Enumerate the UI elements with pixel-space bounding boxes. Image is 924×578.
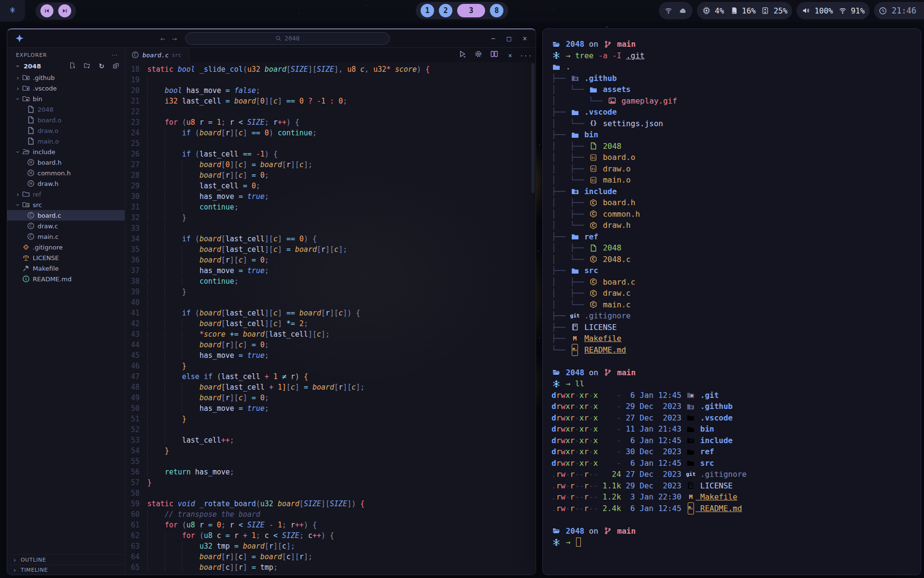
sidebar-item-src[interactable]: ›{}src xyxy=(7,199,125,210)
editor-scrollbar[interactable] xyxy=(531,63,535,193)
panel-timeline[interactable]: ›TIMELINE xyxy=(7,565,125,575)
workspace-2[interactable]: 2 xyxy=(439,4,452,17)
workspace-root-row[interactable]: › 2048 ↻ xyxy=(7,60,125,72)
clock-widget[interactable]: 21:46 xyxy=(874,2,924,19)
folder-vscode-s-icon xyxy=(22,84,30,92)
folder-icon xyxy=(552,63,561,71)
maximize-button[interactable]: □ xyxy=(507,34,511,43)
close-x-icon: × xyxy=(505,52,515,59)
code-editor[interactable]: 18static bool _slide_col(u32 board[SIZE]… xyxy=(125,62,536,575)
workspace-8[interactable]: 8 xyxy=(490,4,503,17)
code-line-54: 54 } xyxy=(125,446,536,456)
tab-board-c[interactable]: C board.c src xyxy=(125,48,190,62)
snowflake-icon xyxy=(7,7,18,15)
sidebar-item-drawo[interactable]: draw.o xyxy=(7,125,125,136)
sidebar-item-2048[interactable]: 2048 xyxy=(7,104,125,115)
gear-button[interactable] xyxy=(474,50,483,60)
terminal-content: 2048 on main → tree -a -I .git .├── .git… xyxy=(543,29,921,548)
sidebar-item-vscode[interactable]: ›.vscode xyxy=(7,83,125,93)
skip-forward-button[interactable] xyxy=(58,4,71,17)
close-button[interactable]: × xyxy=(523,34,527,43)
folder-github-s-icon xyxy=(22,74,30,81)
new-folder-icon xyxy=(82,62,92,69)
close-x-button[interactable]: × xyxy=(505,51,515,60)
sidebar-item-boardc[interactable]: Cboard.c xyxy=(7,210,125,221)
code-line-42: 42 board[last_cell][c] *= 2; xyxy=(125,318,536,329)
folder-bin-s-icon xyxy=(22,95,30,103)
audio-network-stats[interactable]: 100%91% xyxy=(796,2,869,19)
chex-icon: C xyxy=(589,210,598,218)
split-icon xyxy=(489,50,499,58)
sidebar-item-gitignore[interactable]: .gitignore xyxy=(7,242,125,252)
nav-forward-button[interactable]: → xyxy=(172,34,177,43)
folder-icon xyxy=(570,267,580,275)
line-number: 51 xyxy=(125,414,147,424)
workspace-3[interactable]: 3 xyxy=(457,4,485,17)
panel-outline[interactable]: ›OUTLINE xyxy=(7,554,125,565)
sidebar-item-readmemd[interactable]: iREADME.md xyxy=(7,274,125,284)
code-line-32: 32 } xyxy=(125,212,536,223)
hammer-icon xyxy=(22,264,30,272)
sidebar-item-boardo[interactable]: board.o xyxy=(7,115,125,125)
explorer-more-icon[interactable]: ··· xyxy=(112,52,118,58)
chevron-right-icon: › xyxy=(11,556,19,564)
tab-hint: src xyxy=(172,52,181,58)
sidebar-item-maino[interactable]: main.o xyxy=(7,136,125,146)
clock-label: 21:46 xyxy=(892,6,916,15)
code-line-40: 40 xyxy=(125,297,536,308)
hcirc-icon: H xyxy=(26,158,35,166)
sidebar-item-drawh[interactable]: Hdraw.h xyxy=(7,178,125,189)
sidebar-item-commonh[interactable]: Hcommon.h xyxy=(7,168,125,178)
sidebar-item-bin[interactable]: ›bin xyxy=(7,93,125,104)
skip-forward-icon xyxy=(60,8,70,14)
sidebar-item-boardh[interactable]: Hboard.h xyxy=(7,157,125,168)
line-number: 54 xyxy=(125,446,147,456)
nav-back-button[interactable]: ← xyxy=(160,34,165,43)
sidebar-item-ref[interactable]: ›ref xyxy=(7,189,125,199)
hcirc-icon: H xyxy=(26,169,35,177)
sidebar-item-mainc[interactable]: Cmain.c xyxy=(7,231,125,242)
sidebar-item-github[interactable]: ›.github xyxy=(7,72,125,83)
collapse-all-button[interactable] xyxy=(111,62,121,70)
svg-text:H: H xyxy=(29,171,32,175)
editor-titlebar[interactable]: ← → 2048 −□× xyxy=(7,29,536,48)
svg-text:C: C xyxy=(134,53,137,57)
minimize-button[interactable]: − xyxy=(491,34,495,43)
terminal-line: ├── LICENSE xyxy=(552,322,921,333)
run-button[interactable] xyxy=(458,50,467,60)
network-tray[interactable] xyxy=(659,2,693,19)
code-line-46: 46 } xyxy=(125,361,536,371)
terminal-line: │ ├── C board.h xyxy=(552,197,921,209)
sidebar-item-drawc[interactable]: Cdraw.c xyxy=(7,221,125,231)
split-button[interactable] xyxy=(489,50,499,60)
code-line-62: 62 for (u8 c = r + 1; c < SIZE; c++) { xyxy=(125,530,536,541)
nix-launcher-button[interactable] xyxy=(0,0,25,22)
file-icon xyxy=(26,127,35,134)
wifi-icon xyxy=(838,7,847,14)
terminal-line: │ └── 01 main.o xyxy=(552,174,921,186)
book-icon xyxy=(686,482,695,489)
code-line-48: 48 board[last_cell + 1][c] = board[r][c]… xyxy=(125,382,536,393)
sidebar-item-license[interactable]: LICENSE xyxy=(7,252,125,263)
terminal-line: 2048 on main xyxy=(552,39,921,50)
workspace-1[interactable]: 1 xyxy=(421,4,434,17)
terminal-line: ├── src xyxy=(552,265,921,276)
skip-back-button[interactable] xyxy=(40,4,53,17)
svg-text:C: C xyxy=(592,280,595,284)
terminal-line xyxy=(552,514,921,525)
folder-icon xyxy=(570,131,580,139)
sidebar-item-include[interactable]: ›include xyxy=(7,146,125,157)
new-folder-button[interactable] xyxy=(82,62,92,70)
collapse-all-icon xyxy=(111,62,121,69)
new-file-button[interactable] xyxy=(68,62,77,70)
search-value: 2048 xyxy=(284,35,299,42)
system-stats[interactable]: 4%16%25% xyxy=(697,2,792,19)
terminal-window[interactable]: 2048 on main → tree -a -I .git .├── .git… xyxy=(542,28,921,575)
sidebar-item-makefile[interactable]: Makefile xyxy=(7,263,125,274)
refresh-button[interactable]: ↻ xyxy=(97,62,106,70)
command-search-box[interactable]: 2048 xyxy=(185,32,390,45)
tab-name: board.c xyxy=(142,52,169,59)
more-button[interactable]: ··· xyxy=(521,51,531,60)
code-line-60: 60 // transpose the board xyxy=(125,509,536,520)
folder-git-icon xyxy=(686,391,695,399)
